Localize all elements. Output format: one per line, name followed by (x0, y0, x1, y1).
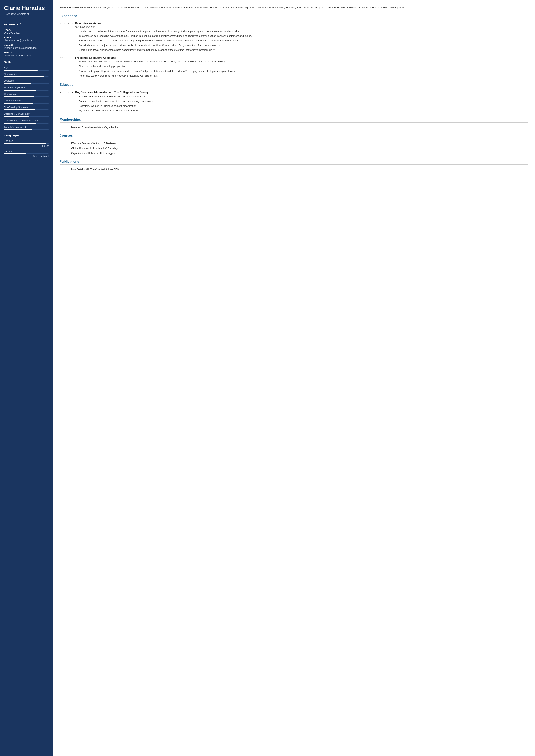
bullet: Handled top executive assistant duties f… (79, 29, 528, 33)
education-entry: 2010 - 2013 BA, Business Administration,… (60, 91, 528, 114)
entry-dates: 2013 - 2018 (60, 22, 75, 53)
candidate-name: Clarie Haradas (4, 5, 49, 12)
skill-label: Coordinating Conference Calls (4, 119, 49, 122)
publication-item: How Details Kill, The Counterintuitive C… (60, 167, 528, 172)
entry-content: Freelance Executive Assistant Worked as … (75, 56, 528, 79)
education-title: Education (60, 83, 528, 88)
skill-bar-fill (4, 103, 33, 104)
language-level: Conversational (4, 155, 49, 158)
experience-entry: 2013 Freelance Executive Assistant Worke… (60, 56, 528, 79)
experience-title: Experience (60, 14, 528, 19)
language-bar-fill (4, 143, 46, 144)
skill-bar-fill (4, 116, 29, 117)
languages-list: Spanish Fluent French Conversational (4, 139, 49, 158)
email-value: clarieharadas@gmail.com (4, 39, 49, 42)
linkedin-label: LinkedIn (4, 43, 49, 46)
course-item: Effective Business Writing, UC Berkeley (60, 142, 528, 146)
bullet: My article, "Reading Minds" was reprinte… (79, 109, 528, 113)
skill-label: Time Management (4, 86, 49, 89)
entry-bullets: Worked as temp executive assistant for 4… (75, 60, 528, 78)
skill-bar-fill (4, 76, 44, 77)
entry-company: ISN Lipmann, Inc. (75, 25, 528, 28)
language-bar-bg (4, 143, 49, 144)
skill-label: Email Systems (4, 99, 49, 102)
bullet: Implemented call-recording system that c… (79, 34, 528, 38)
skill-bar-fill (4, 96, 34, 97)
bullet: Performed weekly proofreading of executi… (79, 74, 528, 78)
skill-item: Travel Arrangements (4, 125, 49, 130)
skill-item: Time Management (4, 86, 49, 91)
language-bar-bg (4, 153, 49, 154)
bullet: Saved each top-level exec 11 hours per w… (79, 39, 528, 42)
skill-bar-bg (4, 96, 49, 97)
bullet: Secretary, Women in Business student org… (79, 104, 528, 108)
language-bar-fill (4, 153, 26, 154)
skill-bar-bg (4, 70, 49, 71)
skill-item: Coordinating Conference Calls (4, 119, 49, 123)
course-item: Organizational Behavior, IIT Kharagpur (60, 151, 528, 155)
main-content: Resourceful Executive Assistant with 5+ … (52, 0, 535, 756)
entry-content: Executive Assistant ISN Lipmann, Inc. Ha… (75, 22, 528, 53)
candidate-title: Executive Assistant (4, 12, 49, 18)
skill-bar-bg (4, 83, 49, 84)
skill-bar-bg (4, 123, 49, 123)
edu-degree: BA, Business Administration, The College… (75, 91, 528, 94)
skill-item: Logistics (4, 79, 49, 84)
skill-bar-fill (4, 123, 36, 123)
education-section: Education 2010 - 2013 BA, Business Admin… (60, 83, 528, 114)
edu-bullets: Excelled in financial management and bus… (75, 95, 528, 113)
bullet: Worked as temp executive assistant for 4… (79, 60, 528, 64)
bullet: Coordinated travel arrangements both dom… (79, 48, 528, 52)
bullet: Provided executive project support, admi… (79, 43, 528, 47)
experience-section: Experience 2013 - 2018 Executive Assista… (60, 14, 528, 79)
skill-item: Email Systems (4, 99, 49, 104)
publications-list: How Details Kill, The Counterintuitive C… (60, 167, 528, 172)
email-label: E-mail (4, 36, 49, 39)
skill-bar-bg (4, 116, 49, 117)
skill-label: Database Management (4, 112, 49, 115)
skill-item: Communication (4, 73, 49, 77)
memberships-title: Memberships (60, 118, 528, 123)
membership-item: Member, Executive Assistant Organization (60, 125, 528, 129)
experience-entries: 2013 - 2018 Executive Assistant ISN Lipm… (60, 22, 528, 79)
skill-label: Communication (4, 73, 49, 76)
experience-entry: 2013 - 2018 Executive Assistant ISN Lipm… (60, 22, 528, 53)
language-item: French Conversational (4, 150, 49, 158)
courses-section: Courses Effective Business Writing, UC B… (60, 134, 528, 155)
languages-heading: Languages (4, 134, 49, 137)
skill-bar-fill (4, 109, 35, 110)
personal-info-heading: Personal Info (4, 23, 49, 26)
skill-item: EQ (4, 66, 49, 71)
bullet: Aided executives with meeting preparatio… (79, 64, 528, 68)
twitter-item: Twitter twitter.com/clarieharadas (4, 51, 49, 57)
linkedin-value: linkedin.com/in/clarieharadas (4, 46, 49, 49)
entry-job-title: Executive Assistant (75, 22, 528, 25)
phone-value: 862-208-2592 (4, 31, 49, 34)
skill-label: EQ (4, 66, 49, 69)
course-item: Global Business in Practice, UC Berkeley (60, 147, 528, 150)
skills-list: EQ Communication Logistics Time Manageme… (4, 66, 49, 130)
skill-bar-bg (4, 129, 49, 130)
skill-label: Logistics (4, 79, 49, 82)
skills-heading: Skills (4, 61, 49, 64)
education-entries: 2010 - 2013 BA, Business Administration,… (60, 91, 528, 114)
language-item: Spanish Fluent (4, 139, 49, 148)
email-item: E-mail clarieharadas@gmail.com (4, 36, 49, 42)
publications-title: Publications (60, 160, 528, 165)
skill-item: Compassion (4, 93, 49, 97)
twitter-label: Twitter (4, 51, 49, 54)
memberships-section: Memberships Member, Executive Assistant … (60, 118, 528, 129)
skill-item: File-Sharing Systems (4, 106, 49, 110)
entry-dates: 2013 (60, 56, 75, 79)
skill-label: Compassion (4, 93, 49, 95)
skill-bar-fill (4, 90, 36, 91)
bullet: Excelled in financial management and bus… (79, 95, 528, 98)
edu-content: BA, Business Administration, The College… (75, 91, 528, 114)
courses-list: Effective Business Writing, UC BerkeleyG… (60, 142, 528, 155)
skill-bar-bg (4, 90, 49, 91)
language-name: Spanish (4, 139, 49, 142)
memberships-list: Member, Executive Assistant Organization (60, 125, 528, 129)
entry-bullets: Handled top executive assistant duties f… (75, 29, 528, 52)
phone-label: Phone (4, 28, 49, 31)
skill-bar-fill (4, 70, 38, 71)
